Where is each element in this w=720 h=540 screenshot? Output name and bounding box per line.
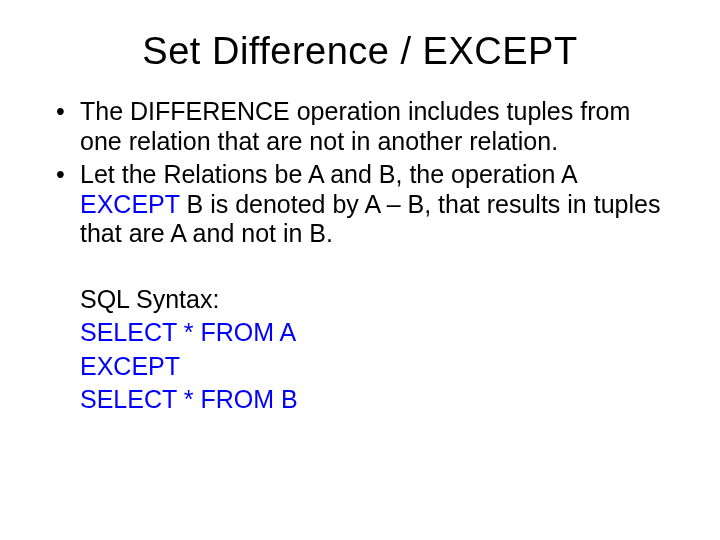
bullet-2: Let the Relations be A and B, the operat… [50, 160, 670, 249]
sql-line-2-row: EXCEPT [50, 352, 670, 382]
spacer-row [50, 253, 670, 281]
slide-body: The DIFFERENCE operation includes tuples… [40, 97, 680, 415]
sql-line-3: SELECT * FROM B [80, 385, 298, 413]
sql-label: SQL Syntax: [80, 285, 219, 313]
sql-line-1-row: SELECT * FROM A [50, 318, 670, 348]
sql-line-2: EXCEPT [80, 352, 180, 380]
sql-label-row: SQL Syntax: [50, 285, 670, 315]
sql-line-3-row: SELECT * FROM B [50, 385, 670, 415]
bullet-2-pre: Let the Relations be A and B, the operat… [80, 160, 576, 188]
bullet-1: The DIFFERENCE operation includes tuples… [50, 97, 670, 156]
sql-line-1: SELECT * FROM A [80, 318, 296, 346]
slide-title: Set Difference / EXCEPT [40, 30, 680, 73]
bullet-1-text: The DIFFERENCE operation includes tuples… [80, 97, 630, 155]
except-keyword: EXCEPT [80, 190, 180, 218]
slide: Set Difference / EXCEPT The DIFFERENCE o… [0, 0, 720, 540]
